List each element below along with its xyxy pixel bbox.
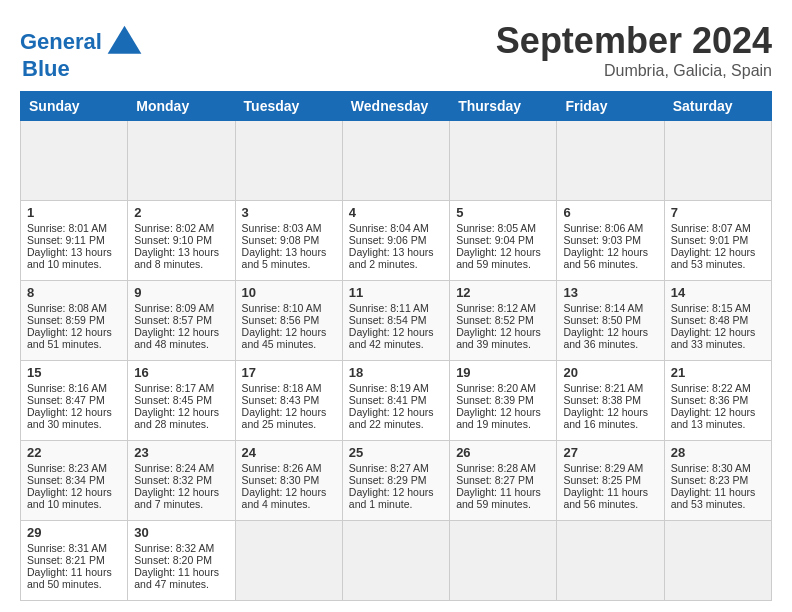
day-number: 19 (456, 365, 550, 380)
sunset-text: Sunset: 8:50 PM (563, 314, 657, 326)
daylight-label: Daylight: 12 hours and 42 minutes. (349, 326, 443, 350)
sunset-text: Sunset: 8:32 PM (134, 474, 228, 486)
sunrise-text: Sunrise: 8:27 AM (349, 462, 443, 474)
day-number: 2 (134, 205, 228, 220)
sunset-text: Sunset: 8:39 PM (456, 394, 550, 406)
sunrise-text: Sunrise: 8:21 AM (563, 382, 657, 394)
day-number: 12 (456, 285, 550, 300)
sunrise-text: Sunrise: 8:16 AM (27, 382, 121, 394)
title-block: September 2024 Dumbria, Galicia, Spain (496, 20, 772, 80)
sunrise-text: Sunrise: 8:18 AM (242, 382, 336, 394)
sunset-text: Sunset: 9:10 PM (134, 234, 228, 246)
calendar-cell: 25Sunrise: 8:27 AMSunset: 8:29 PMDayligh… (342, 441, 449, 521)
sunset-text: Sunset: 9:04 PM (456, 234, 550, 246)
sunrise-text: Sunrise: 8:06 AM (563, 222, 657, 234)
daylight-label: Daylight: 13 hours and 2 minutes. (349, 246, 443, 270)
day-number: 1 (27, 205, 121, 220)
calendar-cell: 29Sunrise: 8:31 AMSunset: 8:21 PMDayligh… (21, 521, 128, 601)
sunrise-text: Sunrise: 8:23 AM (27, 462, 121, 474)
calendar-cell: 5Sunrise: 8:05 AMSunset: 9:04 PMDaylight… (450, 201, 557, 281)
day-number: 8 (27, 285, 121, 300)
calendar-cell (235, 121, 342, 201)
calendar-cell: 21Sunrise: 8:22 AMSunset: 8:36 PMDayligh… (664, 361, 771, 441)
sunset-text: Sunset: 8:45 PM (134, 394, 228, 406)
sunset-text: Sunset: 8:56 PM (242, 314, 336, 326)
day-number: 23 (134, 445, 228, 460)
calendar-cell: 18Sunrise: 8:19 AMSunset: 8:41 PMDayligh… (342, 361, 449, 441)
day-number: 20 (563, 365, 657, 380)
day-number: 10 (242, 285, 336, 300)
sunrise-text: Sunrise: 8:03 AM (242, 222, 336, 234)
calendar-cell: 9Sunrise: 8:09 AMSunset: 8:57 PMDaylight… (128, 281, 235, 361)
sunrise-text: Sunrise: 8:24 AM (134, 462, 228, 474)
day-number: 27 (563, 445, 657, 460)
day-number: 6 (563, 205, 657, 220)
sunrise-text: Sunrise: 8:14 AM (563, 302, 657, 314)
calendar-week-2: 8Sunrise: 8:08 AMSunset: 8:59 PMDaylight… (21, 281, 772, 361)
sunset-text: Sunset: 8:59 PM (27, 314, 121, 326)
calendar-cell: 14Sunrise: 8:15 AMSunset: 8:48 PMDayligh… (664, 281, 771, 361)
calendar-cell: 4Sunrise: 8:04 AMSunset: 9:06 PMDaylight… (342, 201, 449, 281)
sunrise-text: Sunrise: 8:10 AM (242, 302, 336, 314)
calendar-cell: 26Sunrise: 8:28 AMSunset: 8:27 PMDayligh… (450, 441, 557, 521)
daylight-label: Daylight: 12 hours and 10 minutes. (27, 486, 121, 510)
daylight-label: Daylight: 12 hours and 51 minutes. (27, 326, 121, 350)
daylight-label: Daylight: 12 hours and 7 minutes. (134, 486, 228, 510)
daylight-label: Daylight: 12 hours and 4 minutes. (242, 486, 336, 510)
sunrise-text: Sunrise: 8:19 AM (349, 382, 443, 394)
day-number: 3 (242, 205, 336, 220)
day-header-monday: Monday (128, 92, 235, 121)
calendar-week-5: 29Sunrise: 8:31 AMSunset: 8:21 PMDayligh… (21, 521, 772, 601)
calendar-cell: 3Sunrise: 8:03 AMSunset: 9:08 PMDaylight… (235, 201, 342, 281)
day-number: 21 (671, 365, 765, 380)
day-header-saturday: Saturday (664, 92, 771, 121)
calendar-week-4: 22Sunrise: 8:23 AMSunset: 8:34 PMDayligh… (21, 441, 772, 521)
sunrise-text: Sunrise: 8:12 AM (456, 302, 550, 314)
calendar-cell: 7Sunrise: 8:07 AMSunset: 9:01 PMDaylight… (664, 201, 771, 281)
calendar-cell: 16Sunrise: 8:17 AMSunset: 8:45 PMDayligh… (128, 361, 235, 441)
sunrise-text: Sunrise: 8:07 AM (671, 222, 765, 234)
calendar-cell (450, 121, 557, 201)
day-number: 13 (563, 285, 657, 300)
sunset-text: Sunset: 9:08 PM (242, 234, 336, 246)
daylight-label: Daylight: 12 hours and 25 minutes. (242, 406, 336, 430)
calendar-cell: 27Sunrise: 8:29 AMSunset: 8:25 PMDayligh… (557, 441, 664, 521)
calendar-cell: 19Sunrise: 8:20 AMSunset: 8:39 PMDayligh… (450, 361, 557, 441)
sunrise-text: Sunrise: 8:11 AM (349, 302, 443, 314)
sunset-text: Sunset: 8:21 PM (27, 554, 121, 566)
calendar-cell (664, 121, 771, 201)
calendar-cell (557, 121, 664, 201)
sunset-text: Sunset: 8:29 PM (349, 474, 443, 486)
sunrise-text: Sunrise: 8:08 AM (27, 302, 121, 314)
sunset-text: Sunset: 8:48 PM (671, 314, 765, 326)
sunrise-text: Sunrise: 8:30 AM (671, 462, 765, 474)
day-header-wednesday: Wednesday (342, 92, 449, 121)
sunrise-text: Sunrise: 8:31 AM (27, 542, 121, 554)
day-number: 22 (27, 445, 121, 460)
daylight-label: Daylight: 12 hours and 59 minutes. (456, 246, 550, 270)
calendar-header-row: SundayMondayTuesdayWednesdayThursdayFrid… (21, 92, 772, 121)
daylight-label: Daylight: 11 hours and 59 minutes. (456, 486, 550, 510)
logo-icon (102, 20, 147, 65)
daylight-label: Daylight: 12 hours and 28 minutes. (134, 406, 228, 430)
sunrise-text: Sunrise: 8:17 AM (134, 382, 228, 394)
day-number: 15 (27, 365, 121, 380)
sunrise-text: Sunrise: 8:04 AM (349, 222, 443, 234)
calendar-cell (450, 521, 557, 601)
day-number: 24 (242, 445, 336, 460)
day-number: 5 (456, 205, 550, 220)
location: Dumbria, Galicia, Spain (496, 62, 772, 80)
day-number: 7 (671, 205, 765, 220)
daylight-label: Daylight: 12 hours and 48 minutes. (134, 326, 228, 350)
calendar-cell (342, 121, 449, 201)
calendar-week-1: 1Sunrise: 8:01 AMSunset: 9:11 PMDaylight… (21, 201, 772, 281)
calendar-cell: 20Sunrise: 8:21 AMSunset: 8:38 PMDayligh… (557, 361, 664, 441)
daylight-label: Daylight: 11 hours and 53 minutes. (671, 486, 765, 510)
sunrise-text: Sunrise: 8:15 AM (671, 302, 765, 314)
daylight-label: Daylight: 12 hours and 53 minutes. (671, 246, 765, 270)
daylight-label: Daylight: 13 hours and 8 minutes. (134, 246, 228, 270)
day-number: 9 (134, 285, 228, 300)
daylight-label: Daylight: 13 hours and 5 minutes. (242, 246, 336, 270)
logo-text: General (20, 30, 102, 54)
calendar-cell (21, 121, 128, 201)
